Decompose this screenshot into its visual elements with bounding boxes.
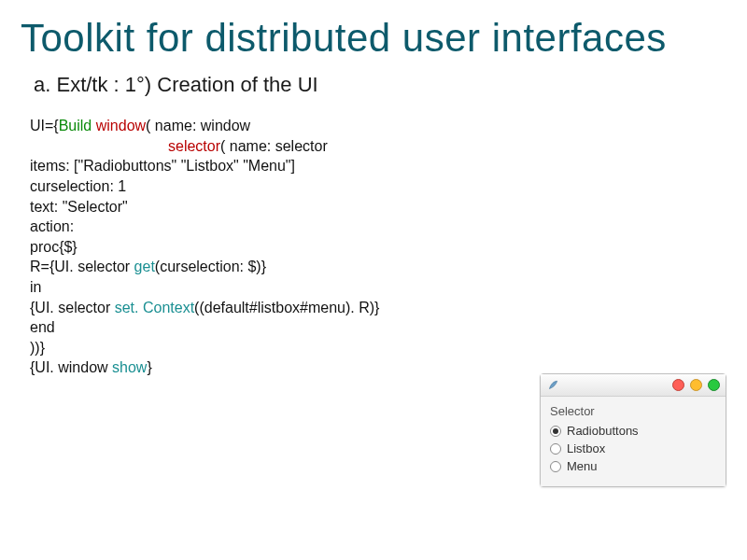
code-text: text: "Selector" xyxy=(30,197,486,217)
radio-option[interactable]: Listbox xyxy=(550,440,716,457)
code-keyword: set. Context xyxy=(115,300,194,315)
code-text: {UI. window xyxy=(30,359,112,375)
code-text: {UI. selector xyxy=(30,300,115,315)
code-text: ((default#listbox#menu). R)} xyxy=(194,300,379,315)
code-text: action: xyxy=(30,217,486,237)
code-text: R={UI. selector xyxy=(30,259,134,274)
code-keyword: selector xyxy=(168,138,220,154)
code-text: end xyxy=(30,317,486,338)
radio-icon[interactable] xyxy=(550,426,561,437)
radio-option[interactable]: Radiobuttons xyxy=(550,422,716,440)
code-keyword: Build xyxy=(59,118,92,133)
code-text: in xyxy=(30,277,486,298)
radio-icon[interactable] xyxy=(550,461,561,472)
close-icon[interactable] xyxy=(672,379,684,391)
feather-icon xyxy=(546,379,559,392)
radio-label: Listbox xyxy=(567,441,605,455)
window-body: Selector Radiobuttons Listbox Menu xyxy=(541,397,726,486)
radio-label: Radiobuttons xyxy=(567,424,639,438)
radio-label: Menu xyxy=(567,459,598,473)
code-listing: UI={Build window( name: window selector(… xyxy=(0,97,486,378)
code-text: curselection: 1 xyxy=(30,176,486,197)
code-text: items: ["Radiobuttons" "Listbox" "Menu"] xyxy=(30,156,486,176)
minimize-icon[interactable] xyxy=(690,379,702,391)
ui-preview-window: Selector Radiobuttons Listbox Menu xyxy=(540,373,726,487)
code-text: UI={ xyxy=(30,118,59,133)
code-text: ))} xyxy=(30,338,486,358)
zoom-icon[interactable] xyxy=(708,379,720,391)
code-text: } xyxy=(147,359,151,375)
slide-title: Toolkit for distributed user interfaces xyxy=(0,0,747,60)
selector-label: Selector xyxy=(550,404,716,418)
code-keyword: window xyxy=(96,118,146,133)
code-keyword: show xyxy=(112,359,147,375)
radio-option[interactable]: Menu xyxy=(550,457,716,475)
slide-subtitle: a. Ext/tk : 1°) Creation of the UI xyxy=(0,60,747,97)
code-text: ( name: selector xyxy=(220,138,328,154)
code-text: ( name: window xyxy=(146,118,250,133)
code-keyword: get xyxy=(134,259,155,274)
code-text: (curselection: $)} xyxy=(155,259,266,274)
titlebar xyxy=(541,374,726,397)
radio-icon[interactable] xyxy=(550,443,561,455)
code-text: proc{$} xyxy=(30,237,486,258)
